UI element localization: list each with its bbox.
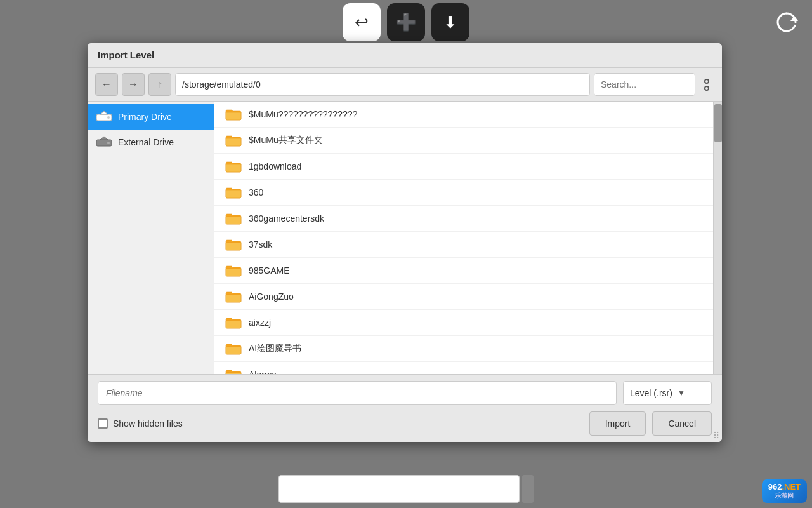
sidebar-primary-label: Primary Drive	[118, 112, 172, 122]
download-icon[interactable]: ⬇	[431, 3, 469, 41]
folder-icon	[225, 237, 242, 251]
dot-1	[704, 79, 709, 84]
folder-icon	[225, 185, 242, 199]
bottom-input[interactable]	[278, 475, 520, 503]
chevron-down-icon: ▼	[678, 389, 685, 398]
show-hidden-label: Show hidden files	[113, 418, 183, 429]
file-name: Alarms	[249, 370, 277, 374]
list-item[interactable]: 985GAME	[214, 258, 713, 284]
watermark-sub: 乐游网	[768, 491, 801, 500]
path-display[interactable]: /storage/emulated/0	[175, 73, 590, 96]
sidebar-item-external[interactable]: External Drive	[88, 130, 214, 155]
show-hidden-checkbox-label[interactable]: Show hidden files	[98, 418, 183, 429]
folder-icon	[225, 107, 242, 121]
svg-marker-0	[790, 16, 798, 21]
bottom-bar	[0, 470, 812, 508]
back-button[interactable]: ←	[95, 73, 118, 96]
import-button[interactable]: Import	[589, 411, 646, 436]
dialog-title: Import Level	[98, 50, 154, 60]
folder-icon	[225, 264, 242, 277]
content-area: Primary Drive External Drive	[88, 102, 722, 375]
file-name: AI绘图魔导书	[249, 343, 301, 354]
scrollbar-thumb[interactable]	[714, 104, 722, 142]
list-item[interactable]: Alarms	[214, 362, 713, 374]
up-button[interactable]: ↑	[148, 73, 171, 96]
filetype-label: Level (.rsr)	[630, 388, 672, 398]
list-item[interactable]: 360	[214, 180, 713, 206]
svg-point-6	[107, 142, 110, 144]
dialog-titlebar: Import Level	[88, 43, 722, 68]
external-drive-icon	[95, 136, 113, 149]
add-icon[interactable]: ➕	[387, 3, 425, 41]
nav-bar: ← → ↑ /storage/emulated/0	[88, 68, 722, 102]
menu-dots-button[interactable]	[699, 75, 714, 95]
filetype-select[interactable]: Level (.rsr) ▼	[623, 381, 712, 405]
dot-2	[704, 86, 709, 91]
file-name: $MuMu共享文件夹	[249, 135, 323, 146]
search-input[interactable]	[594, 73, 695, 96]
svg-marker-5	[100, 137, 108, 140]
file-name: 985GAME	[249, 265, 290, 276]
list-item[interactable]: $MuMu????????????????	[214, 102, 713, 128]
show-hidden-checkbox[interactable]	[98, 418, 108, 429]
undo-icon[interactable]: ↩	[343, 3, 381, 41]
list-item[interactable]: 360gamecentersdk	[214, 206, 713, 232]
file-name: $MuMu????????????????	[249, 109, 357, 119]
actions-row: Show hidden files Import Cancel	[98, 411, 712, 436]
list-item[interactable]: aixzzj	[214, 310, 713, 336]
file-list[interactable]: $MuMu???????????????? $MuMu共享文件夹 1gbdown…	[214, 102, 713, 374]
list-item[interactable]: AiGongZuo	[214, 284, 713, 310]
list-item[interactable]: 37sdk	[214, 232, 713, 258]
filename-row: Level (.rsr) ▼	[98, 381, 712, 405]
file-name: 1gbdownload	[249, 161, 301, 171]
file-name: AiGongZuo	[249, 291, 294, 302]
primary-drive-icon	[95, 110, 113, 123]
svg-marker-2	[100, 111, 108, 114]
file-name: 360	[249, 187, 263, 197]
list-item[interactable]: $MuMu共享文件夹	[214, 128, 713, 154]
folder-icon	[225, 316, 242, 330]
file-name: 360gamecentersdk	[249, 213, 324, 224]
folder-icon	[225, 290, 242, 304]
forward-button[interactable]: →	[122, 73, 145, 96]
action-buttons: Import Cancel	[589, 411, 712, 436]
sidebar-external-label: External Drive	[118, 137, 174, 147]
folder-icon	[225, 133, 242, 147]
svg-point-3	[107, 116, 110, 119]
file-name: aixzzj	[249, 318, 271, 328]
refresh-icon[interactable]	[774, 10, 799, 41]
folder-icon	[225, 342, 242, 356]
filename-input[interactable]	[98, 381, 617, 405]
sidebar: Primary Drive External Drive	[88, 102, 214, 374]
file-name: 37sdk	[249, 239, 272, 250]
watermark: 962.NET 乐游网	[762, 479, 807, 503]
cancel-button[interactable]: Cancel	[652, 411, 712, 436]
folder-icon	[225, 159, 242, 173]
list-item[interactable]: 1gbdownload	[214, 154, 713, 180]
resize-handle[interactable]: ⠿	[713, 431, 719, 441]
watermark-text: 962.NET	[768, 482, 801, 491]
folder-icon	[225, 211, 242, 225]
folder-icon	[225, 368, 242, 374]
bottom-scrollbar[interactable]	[522, 475, 534, 503]
import-level-dialog: Import Level ← → ↑ /storage/emulated/0	[88, 43, 722, 442]
list-item[interactable]: AI绘图魔导书	[214, 336, 713, 362]
dialog-bottom: Level (.rsr) ▼ Show hidden files Import …	[88, 375, 722, 442]
scrollbar-track[interactable]	[713, 102, 722, 374]
sidebar-item-primary[interactable]: Primary Drive	[88, 104, 214, 130]
